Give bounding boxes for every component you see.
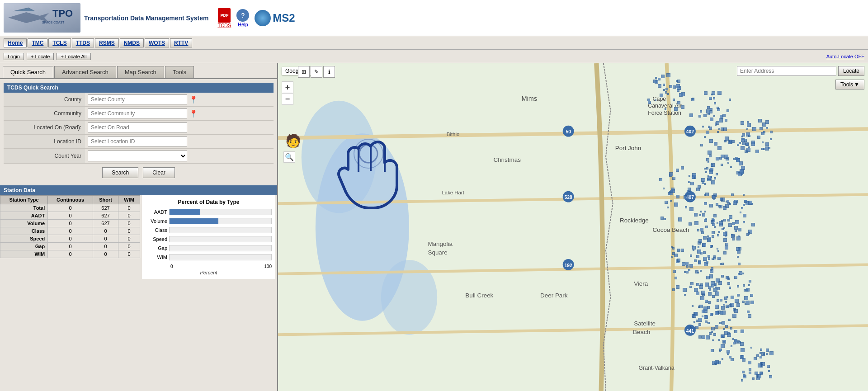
station-dot[interactable] [717, 222, 718, 224]
station-dot[interactable] [686, 271, 689, 273]
station-dot[interactable] [714, 361, 717, 364]
station-dot[interactable] [769, 351, 774, 355]
station-dot[interactable] [743, 204, 745, 206]
station-dot[interactable] [731, 345, 732, 347]
station-dot[interactable] [674, 107, 678, 111]
station-dot[interactable] [693, 321, 695, 323]
help-icon[interactable]: ? [236, 9, 249, 22]
station-dot[interactable] [737, 256, 739, 258]
station-dot[interactable] [665, 91, 667, 94]
station-dot[interactable] [723, 304, 725, 306]
station-dot[interactable] [709, 332, 712, 335]
station-dot[interactable] [710, 108, 712, 111]
station-dot[interactable] [734, 276, 737, 279]
station-dot[interactable] [757, 374, 761, 378]
station-dot[interactable] [762, 141, 764, 143]
station-dot[interactable] [712, 235, 714, 238]
station-dot[interactable] [647, 99, 650, 101]
station-dot[interactable] [725, 137, 729, 141]
station-dot[interactable] [712, 223, 715, 226]
station-dot[interactable] [700, 283, 703, 286]
station-dot[interactable] [727, 332, 730, 334]
station-dot[interactable] [689, 207, 693, 211]
station-dot[interactable] [703, 251, 706, 254]
station-dot[interactable] [709, 97, 712, 100]
station-dot[interactable] [701, 231, 704, 234]
station-dot[interactable] [711, 267, 713, 270]
station-dot[interactable] [700, 144, 703, 146]
station-dot[interactable] [767, 365, 770, 368]
station-dot[interactable] [744, 200, 747, 203]
station-dot[interactable] [717, 91, 722, 95]
station-dot[interactable] [733, 201, 737, 205]
station-dot[interactable] [698, 115, 701, 118]
station-dot[interactable] [718, 231, 720, 233]
map-locate-button[interactable]: Locate [838, 66, 864, 76]
station-dot[interactable] [697, 250, 701, 254]
station-dot[interactable] [697, 229, 699, 231]
nav-rttv[interactable]: RTTV [170, 38, 192, 47]
station-dot[interactable] [698, 185, 701, 188]
station-dot[interactable] [754, 357, 757, 360]
station-dot[interactable] [748, 314, 751, 318]
station-dot[interactable] [689, 113, 693, 117]
station-dot[interactable] [712, 231, 715, 234]
station-dot[interactable] [716, 157, 719, 160]
station-dot[interactable] [705, 300, 708, 303]
station-dot[interactable] [722, 114, 726, 117]
station-dot[interactable] [743, 221, 745, 223]
station-dot[interactable] [668, 192, 671, 195]
station-dot[interactable] [689, 222, 692, 226]
station-dot[interactable] [673, 99, 675, 101]
station-dot[interactable] [743, 284, 745, 287]
auto-locate-link[interactable]: Auto-Locate OFF [826, 54, 864, 59]
station-dot[interactable] [714, 142, 717, 146]
station-dot[interactable] [770, 138, 772, 140]
station-dot[interactable] [705, 193, 709, 196]
station-dot[interactable] [725, 325, 728, 328]
station-dot[interactable] [700, 228, 703, 231]
station-dot[interactable] [672, 177, 675, 180]
station-dot[interactable] [721, 344, 725, 348]
station-dot[interactable] [718, 128, 720, 130]
station-dot[interactable] [719, 349, 722, 351]
station-dot[interactable] [706, 261, 708, 264]
station-dot[interactable] [723, 127, 727, 131]
station-dot[interactable] [742, 371, 745, 373]
station-dot[interactable] [683, 288, 687, 292]
station-dot[interactable] [747, 121, 749, 123]
station-dot[interactable] [691, 98, 694, 101]
station-dot[interactable] [655, 77, 657, 79]
station-dot[interactable] [705, 226, 708, 228]
station-dot[interactable] [705, 320, 708, 323]
station-dot[interactable] [710, 245, 712, 248]
station-dot[interactable] [749, 280, 751, 283]
station-dot[interactable] [709, 139, 713, 143]
station-dot[interactable] [715, 124, 717, 126]
station-dot[interactable] [741, 348, 745, 352]
station-dot[interactable] [744, 289, 746, 292]
station-dot[interactable] [672, 288, 675, 291]
station-dot[interactable] [725, 119, 727, 122]
station-dot[interactable] [677, 89, 679, 92]
station-dot[interactable] [695, 326, 698, 329]
station-dot[interactable] [694, 288, 698, 292]
station-dot[interactable] [730, 327, 732, 330]
station-dot[interactable] [734, 226, 738, 230]
station-dot[interactable] [692, 173, 696, 177]
station-dot[interactable] [751, 141, 755, 144]
station-dot[interactable] [709, 127, 712, 130]
station-dot[interactable] [690, 326, 692, 328]
station-dot[interactable] [737, 294, 740, 297]
station-dot[interactable] [659, 178, 662, 181]
search-button[interactable]: Search [102, 167, 138, 178]
station-dot[interactable] [714, 226, 716, 228]
station-dot[interactable] [706, 276, 710, 279]
tab-map-search[interactable]: Map Search [117, 66, 164, 78]
station-dot[interactable] [706, 335, 710, 339]
station-dot[interactable] [716, 173, 718, 175]
station-dot[interactable] [735, 220, 739, 224]
station-dot[interactable] [750, 294, 753, 297]
station-dot[interactable] [681, 105, 684, 109]
station-dot[interactable] [717, 250, 719, 252]
